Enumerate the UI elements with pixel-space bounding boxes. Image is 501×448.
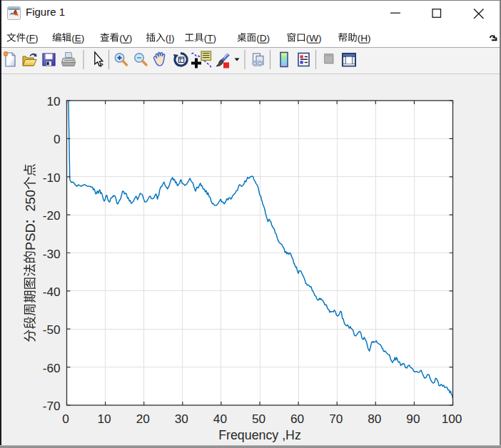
svg-text:70: 70	[329, 412, 343, 426]
svg-text:PSD: PSD	[23, 223, 38, 250]
svg-text:-50: -50	[43, 322, 61, 337]
svg-text:0: 0	[62, 412, 69, 426]
svg-text:50: 50	[252, 412, 265, 426]
svg-text:60: 60	[290, 412, 304, 426]
svg-text:10: 10	[46, 94, 60, 108]
svg-text:80: 80	[368, 412, 381, 426]
svg-text:-20: -20	[43, 208, 61, 223]
svg-text:40: 40	[213, 412, 227, 426]
svg-text:20: 20	[136, 412, 150, 426]
svg-text:90: 90	[406, 412, 420, 426]
svg-text:100: 100	[442, 412, 462, 426]
svg-text:-60: -60	[43, 361, 61, 375]
svg-text:-30: -30	[43, 247, 61, 261]
svg-text:-10: -10	[43, 170, 61, 185]
svg-text:250: 250	[23, 190, 38, 212]
svg-text:30: 30	[175, 412, 188, 426]
svg-text:0: 0	[54, 132, 61, 146]
svg-text:Frequency ,Hz: Frequency ,Hz	[218, 428, 301, 442]
svg-text:10: 10	[98, 412, 111, 426]
svg-text:-70: -70	[43, 399, 61, 413]
svg-text:-40: -40	[43, 285, 61, 299]
